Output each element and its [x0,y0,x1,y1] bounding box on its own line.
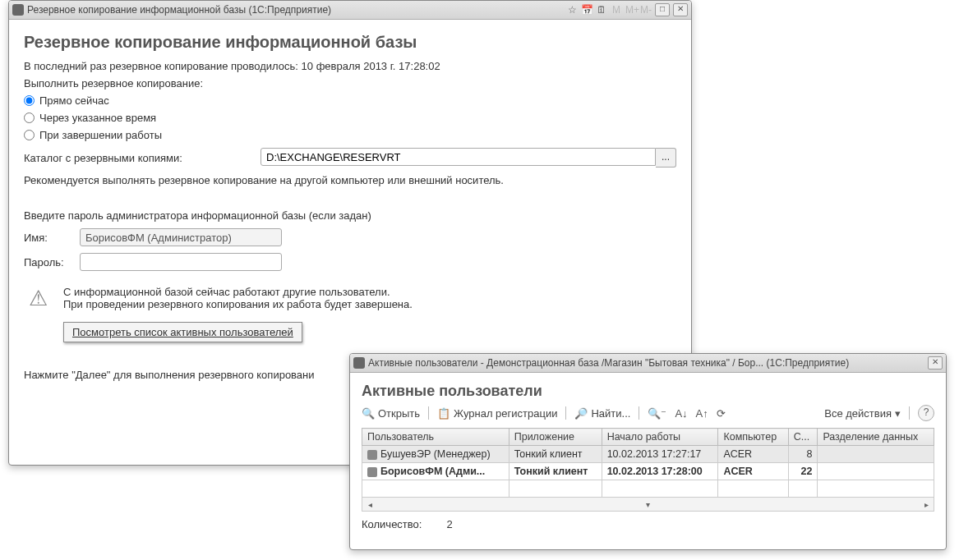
count-footer: Количество: 2 [362,518,934,530]
cell-separation [818,446,934,463]
clear-filter-icon[interactable]: 🔍⁻ [648,407,666,420]
col-separation[interactable]: Разделение данных [818,429,934,446]
name-label: Имя: [24,232,73,244]
cell-computer: ACER [718,463,788,480]
all-actions-button[interactable]: Все действия ▾ [824,407,901,420]
users-heading: Активные пользователи [362,383,934,400]
maximize-button[interactable]: □ [655,3,670,16]
last-run-text: В последний раз резервное копирование пр… [24,60,676,72]
cell-user: БорисовФМ (Адми... [380,466,485,477]
warning-line2: При проведении резервного копирования их… [63,298,413,310]
cell-user: БушуевЭР (Менеджер) [380,448,491,460]
table-row-empty [362,480,934,498]
search-icon: 🔎 [574,407,588,420]
radio-onexit-input[interactable] [24,130,35,140]
radio-later[interactable]: Через указанное время [24,112,676,124]
backup-titlebar[interactable]: Резервное копирование информационной баз… [9,1,691,20]
count-label: Количество: [362,518,422,530]
users-title: Активные пользователи - Демонстрационная… [368,357,849,369]
browse-button[interactable]: ... [656,148,676,168]
m-plus-icon: M+ [625,4,637,16]
magnifier-icon: 🔍 [362,407,375,420]
col-session[interactable]: С... [788,429,818,446]
cred-prompt: Введите пароль администратора информацио… [24,209,676,222]
users-toolbar: 🔍 Открыть 📋 Журнал регистрации 🔎 Найти..… [362,405,934,421]
name-row: Имя: [24,228,676,246]
all-actions-label: Все действия [824,407,892,420]
calendar-icon[interactable]: 🗓 [596,4,607,16]
m-minus-icon: M- [640,4,652,16]
radio-onexit[interactable]: При завершении работы [24,129,676,141]
radio-now[interactable]: Прямо сейчас [24,94,676,107]
journal-icon: 📋 [437,407,450,420]
password-input[interactable] [80,253,282,271]
password-label: Пароль: [24,256,73,269]
find-button[interactable]: 🔎 Найти... [574,407,630,420]
path-input[interactable] [260,148,656,166]
app-icon [12,4,24,16]
close-button[interactable]: ✕ [928,356,943,370]
path-row: Каталог с резервными копиями: ... [24,148,676,168]
path-label: Каталог с резервными копиями: [24,152,254,164]
warning-row: ⚠ С информационной базой сейчас работают… [24,286,676,342]
horizontal-scrollbar[interactable]: ◂ ▾ ▸ [362,498,934,512]
cell-start: 10.02.2013 17:27:17 [602,446,718,463]
app-icon [353,357,365,369]
calculator-icon[interactable]: 📅 [581,4,592,16]
open-button[interactable]: 🔍 Открыть [362,407,420,420]
m-icon: M [611,4,622,16]
count-value: 2 [446,518,452,530]
cell-app: Тонкий клиент [509,446,602,463]
radio-now-label: Прямо сейчас [39,94,109,107]
page-title: Резервное копирование информационной баз… [24,33,676,52]
col-computer[interactable]: Компьютер [718,429,788,446]
warning-icon: ⚠ [24,286,52,310]
sort-asc-icon[interactable]: A↓ [675,407,687,420]
open-label: Открыть [378,407,420,420]
refresh-icon[interactable]: ⟳ [717,407,726,420]
col-start[interactable]: Начало работы [602,429,718,446]
cell-session: 22 [788,463,818,480]
recommend-text: Рекомендуется выполнять резервное копиро… [24,174,676,186]
backup-content: Резервное копирование информационной баз… [9,20,691,396]
user-icon [367,467,377,477]
help-button[interactable]: ? [918,405,934,421]
scroll-right-icon[interactable]: ▸ [920,500,932,509]
table-row[interactable]: БушуевЭР (Менеджер) Тонкий клиент 10.02.… [362,446,934,463]
cell-session: 8 [788,446,818,463]
close-button[interactable]: ✕ [673,3,688,16]
password-row: Пароль: [24,253,676,271]
find-label: Найти... [591,407,630,420]
scroll-left-icon[interactable]: ◂ [364,500,376,509]
active-users-window: Активные пользователи - Демонстрационная… [349,353,947,550]
name-input [80,228,282,246]
radio-onexit-label: При завершении работы [39,129,162,141]
journal-label: Журнал регистрации [454,407,557,420]
journal-button[interactable]: 📋 Журнал регистрации [437,407,557,420]
scroll-thumb[interactable]: ▾ [646,500,650,509]
cell-computer: ACER [718,446,788,463]
backup-title: Резервное копирование информационной баз… [27,4,331,16]
sort-desc-icon[interactable]: A↑ [696,407,708,420]
col-app[interactable]: Приложение [509,429,602,446]
table-row[interactable]: БорисовФМ (Адми... Тонкий клиент 10.02.2… [362,463,934,480]
users-table: Пользователь Приложение Начало работы Ко… [362,428,934,498]
schedule-label: Выполнить резервное копирование: [24,77,676,90]
users-titlebar[interactable]: Активные пользователи - Демонстрационная… [350,354,946,373]
col-user[interactable]: Пользователь [362,429,509,446]
radio-later-input[interactable] [24,112,35,123]
cell-app: Тонкий клиент [509,463,602,480]
view-active-users-link[interactable]: Посмотреть список активных пользователей [63,322,302,342]
users-content: Активные пользователи 🔍 Открыть 📋 Журнал… [350,373,946,537]
radio-later-label: Через указанное время [39,112,156,124]
cell-separation [818,463,934,480]
favorite-icon[interactable]: ☆ [566,4,578,16]
cell-start: 10.02.2013 17:28:00 [602,463,718,480]
chevron-down-icon: ▾ [895,407,901,420]
radio-now-input[interactable] [24,95,35,106]
warning-line1: С информационной базой сейчас работают д… [63,286,413,298]
user-icon [367,450,377,460]
